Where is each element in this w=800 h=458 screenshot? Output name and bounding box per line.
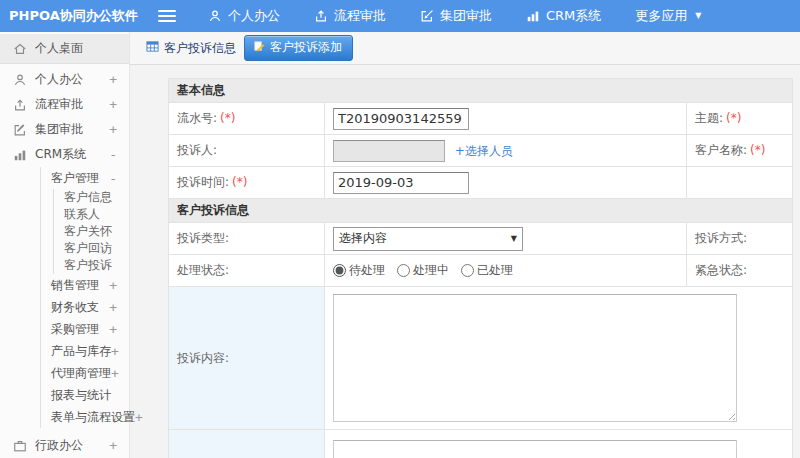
expand-plus-icon[interactable]: +: [109, 300, 117, 315]
group-label: 报表与统计: [51, 387, 111, 404]
sidebar-item-label: 个人办公: [35, 71, 109, 88]
complaint-content-label: 投诉内容:: [169, 287, 325, 430]
nav-personal-office[interactable]: 个人办公: [208, 7, 280, 25]
subject-label: 主题:(*): [687, 103, 793, 135]
complaint-content-textarea[interactable]: [333, 294, 737, 422]
expand-plus-icon[interactable]: +: [111, 366, 119, 381]
table-grid-icon: [146, 40, 159, 56]
expand-plus-icon[interactable]: +: [109, 438, 117, 453]
radio-pending[interactable]: 待处理: [333, 262, 385, 279]
sidebar-item-label: 行政办公: [35, 437, 109, 454]
nav-label: 个人办公: [228, 7, 280, 25]
sidebar: 个人桌面 个人办公 + 流程审批 + 集团审批 + CRM系统 - 客户管理 -: [0, 32, 130, 458]
app-logo: PHPOA协同办公软件: [0, 7, 138, 25]
pencil-add-icon: [253, 40, 265, 55]
topbar: PHPOA协同办公软件 个人办公 流程审批 集团审批 CRM系统: [0, 0, 800, 32]
complaint-form: 基本信息 流水号:(*) 主题:(*) 投诉人: +选择人员 客户名称:(*): [168, 78, 793, 458]
radio-processing-input[interactable]: [397, 264, 410, 277]
radio-processed-input[interactable]: [461, 264, 474, 277]
group-label: 代理商管理: [51, 365, 111, 382]
nav-group-approval[interactable]: 集团审批: [420, 7, 492, 25]
tab-bar: 客户投诉信息 客户投诉添加: [130, 32, 800, 65]
expand-plus-icon[interactable]: +: [109, 278, 117, 293]
sidebar-group-products-inventory[interactable]: 产品与库存 +: [41, 340, 129, 362]
sidebar-item-personal-office[interactable]: 个人办公 +: [0, 67, 129, 92]
customer-management-submenu: 客户信息 联系人 客户关怀 客户回访 客户投诉: [53, 189, 129, 274]
sidebar-group-agent-management[interactable]: 代理商管理 +: [41, 362, 129, 384]
user-icon: [13, 73, 27, 87]
sidebar-item-customer-visit[interactable]: 客户回访: [54, 240, 129, 257]
bar-chart-icon: [526, 9, 540, 23]
sidebar-item-customer-care[interactable]: 客户关怀: [54, 223, 129, 240]
group-label: 财务收支: [51, 299, 99, 316]
sidebar-item-label: 个人桌面: [35, 40, 117, 57]
user-icon: [208, 9, 222, 23]
sidebar-item-customer-complaint[interactable]: 客户投诉: [54, 257, 129, 274]
serial-input[interactable]: [333, 108, 469, 130]
section-header-basic-info: 基本信息: [169, 79, 793, 103]
sidebar-group-purchasing[interactable]: 采购管理 +: [41, 318, 129, 340]
sidebar-item-desktop[interactable]: 个人桌面: [0, 34, 129, 64]
complaint-method-label: 投诉方式:: [687, 223, 793, 255]
tab-complaint-list[interactable]: 客户投诉信息: [146, 40, 236, 57]
expand-plus-icon[interactable]: +: [109, 97, 117, 112]
sidebar-item-workflow-approval[interactable]: 流程审批 +: [0, 92, 129, 117]
complaint-time-input[interactable]: [333, 172, 469, 194]
expand-plus-icon[interactable]: +: [109, 322, 117, 337]
radio-processed[interactable]: 已处理: [461, 262, 513, 279]
nav-crm-system[interactable]: CRM系统: [526, 7, 601, 25]
complainant-label: 投诉人:: [169, 135, 325, 167]
complaint-type-select[interactable]: 选择内容 ▼: [333, 227, 523, 251]
crm-submenu: 客户管理 - 客户信息 联系人 客户关怀 客户回访 客户投诉 销售管理 + 财务…: [40, 167, 129, 428]
next-field-label: [169, 430, 325, 458]
radio-pending-input[interactable]: [333, 264, 346, 277]
group-label: 客户管理: [51, 170, 99, 187]
collapse-minus-icon[interactable]: -: [109, 147, 117, 162]
share-up-icon: [314, 9, 328, 23]
sidebar-item-group-approval[interactable]: 集团审批 +: [0, 117, 129, 142]
sidebar-item-contacts[interactable]: 联系人: [54, 206, 129, 223]
sidebar-item-label: 流程审批: [35, 96, 109, 113]
sidebar-group-finance[interactable]: 财务收支 +: [41, 296, 129, 318]
customer-name-label: 客户名称:(*): [687, 135, 793, 167]
tab-label: 客户投诉添加: [270, 39, 342, 56]
sidebar-group-customer-management[interactable]: 客户管理 -: [41, 167, 129, 189]
home-icon: [13, 42, 27, 56]
select-personnel-link[interactable]: +选择人员: [455, 144, 513, 158]
radio-processing[interactable]: 处理中: [397, 262, 449, 279]
sidebar-item-admin-office[interactable]: 行政办公 +: [0, 433, 129, 458]
expand-plus-icon[interactable]: +: [111, 344, 119, 359]
sidebar-group-form-workflow-settings[interactable]: 表单与流程设置 +: [41, 406, 129, 428]
nav-label: 流程审批: [334, 7, 386, 25]
complaint-type-label: 投诉类型:: [169, 223, 325, 255]
section-header-complaint-info: 客户投诉信息: [169, 199, 793, 223]
group-label: 表单与流程设置: [51, 409, 135, 426]
nav-more-apps[interactable]: 更多应用 ▼: [635, 7, 701, 25]
expand-plus-icon[interactable]: +: [109, 72, 117, 87]
edit-square-icon: [420, 9, 434, 23]
edit-square-icon: [13, 123, 27, 137]
sidebar-group-reports-statistics[interactable]: 报表与统计: [41, 384, 129, 406]
required-asterisk: (*): [726, 111, 741, 125]
tab-label: 客户投诉信息: [164, 40, 236, 57]
top-navigation: 个人办公 流程审批 集团审批 CRM系统 更多应用 ▼: [208, 7, 735, 25]
complaint-time-label: 投诉时间:(*): [169, 167, 325, 199]
sidebar-group-sales-management[interactable]: 销售管理 +: [41, 274, 129, 296]
group-label: 销售管理: [51, 277, 99, 294]
complainant-input[interactable]: [333, 140, 445, 162]
secondary-textarea[interactable]: [333, 440, 737, 458]
expand-plus-icon[interactable]: +: [109, 122, 117, 137]
nav-workflow-approval[interactable]: 流程审批: [314, 7, 386, 25]
collapse-minus-icon[interactable]: -: [109, 171, 117, 186]
caret-down-icon: ▼: [695, 12, 701, 20]
required-asterisk: (*): [220, 111, 235, 125]
empty-cell: [687, 167, 793, 199]
sidebar-item-crm-system[interactable]: CRM系统 -: [0, 142, 129, 167]
bar-chart-icon: [13, 148, 27, 162]
tab-complaint-add[interactable]: 客户投诉添加: [244, 35, 353, 61]
sidebar-item-customer-info[interactable]: 客户信息: [54, 189, 129, 206]
main-content: 基本信息 流水号:(*) 主题:(*) 投诉人: +选择人员 客户名称:(*): [130, 66, 800, 458]
required-asterisk: (*): [750, 143, 765, 157]
hamburger-menu-icon[interactable]: [158, 7, 176, 25]
sidebar-item-label: CRM系统: [35, 146, 109, 163]
